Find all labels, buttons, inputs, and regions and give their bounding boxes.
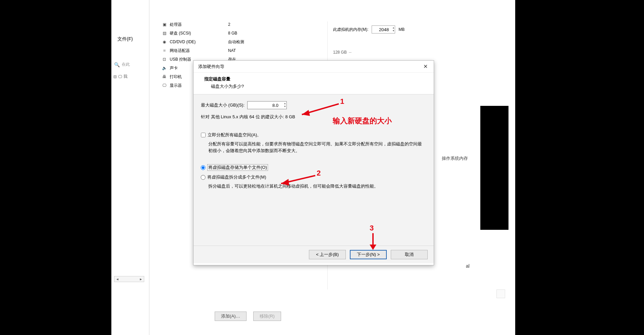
memory-input[interactable] xyxy=(372,25,395,34)
scroll-right-icon[interactable]: ▸ xyxy=(139,277,143,281)
vertical-divider xyxy=(149,0,150,335)
split-multiple-files-label: 将虚拟磁盘拆分成多个文件(M) xyxy=(207,174,266,180)
wizard-header: 指定磁盘容量 磁盘大小为多少? xyxy=(194,73,434,94)
speaker-icon: 🔈 xyxy=(162,66,167,70)
wizard-subheading: 磁盘大小为多少? xyxy=(211,83,428,89)
disk-size-label: 最大磁盘大小 (GB)(S): xyxy=(201,102,245,108)
network-icon: ⌗ xyxy=(162,48,167,53)
wizard-titlebar: 添加硬件向导 ✕ xyxy=(194,61,434,73)
wizard-body: 最大磁盘大小 (GB)(S): ▲▼ 针对 其他 Linux 5.x 内核 64… xyxy=(194,94,434,246)
wizard-title: 添加硬件向导 xyxy=(198,64,224,70)
add-button[interactable]: 添加(A)… xyxy=(215,312,247,321)
hw-label: 显示器 xyxy=(170,83,182,88)
memory-slider-scale: 128 GB xyxy=(333,44,503,61)
allocate-now-label: 立即分配所有磁盘空间(A)。 xyxy=(208,132,261,138)
search-icon: 🔍 xyxy=(114,62,120,67)
allocate-now-desc: 分配所有容量可以提高性能，但要求所有物理磁盘空间立即可用。如果不立即分配所有空间… xyxy=(208,141,423,154)
hw-label: 声卡 xyxy=(170,65,178,71)
add-hardware-wizard-dialog: 添加硬件向导 ✕ 指定磁盘容量 磁盘大小为多少? 最大磁盘大小 (GB)(S):… xyxy=(193,60,434,265)
search-placeholder: 在此 xyxy=(122,62,130,67)
memory-spinner[interactable]: ▲▼ xyxy=(392,26,394,32)
rp-al-text: al xyxy=(466,263,470,269)
allocate-now-row[interactable]: 立即分配所有磁盘空间(A)。 xyxy=(201,132,426,138)
recommend-text: 针对 其他 Linux 5.x 内核 64 位 的建议大小: 8 GB xyxy=(201,114,426,120)
wizard-heading: 指定磁盘容量 xyxy=(204,76,428,82)
hw-label: CD/DVD (IDE) xyxy=(170,40,196,44)
hw-label: 网络适配器 xyxy=(170,48,190,54)
rp-corner-box xyxy=(496,289,505,298)
tree-row[interactable]: ⊟ 🖵 我 xyxy=(113,74,127,79)
cpu-icon: ▣ xyxy=(162,22,167,27)
memory-label: 此虚拟机的内存(M): xyxy=(333,27,368,32)
remove-button[interactable]: 移除(R) xyxy=(253,312,281,321)
store-single-file-label: 将虚拟磁盘存储为单个文件(O) xyxy=(207,164,268,171)
disk-icon: ▤ xyxy=(162,31,167,36)
search-row[interactable]: 🔍 在此 xyxy=(114,62,130,67)
cancel-button[interactable]: 取消 xyxy=(391,250,428,259)
rp-black-panel xyxy=(480,106,508,230)
close-icon[interactable]: ✕ xyxy=(421,62,430,71)
horizontal-scrollbar[interactable]: ◂ ▸ xyxy=(114,276,144,282)
tree-label: 我 xyxy=(123,74,127,79)
hw-value: 自动检测 xyxy=(228,38,275,46)
printer-icon: 🖶 xyxy=(162,74,167,79)
hw-value: 8 GB xyxy=(228,29,275,38)
wizard-footer: < 上一步(B) 下一步(N) > 取消 xyxy=(194,246,434,263)
bottom-buttons: 添加(A)… 移除(R) xyxy=(215,312,281,321)
disk-size-row: 最大磁盘大小 (GB)(S): ▲▼ xyxy=(201,101,426,109)
menu-file[interactable]: 文件(F) xyxy=(117,36,133,42)
hw-label: 处理器 xyxy=(170,22,182,27)
split-multiple-files-row[interactable]: 将虚拟磁盘拆分成多个文件(M) xyxy=(201,174,426,180)
monitor-icon: 🖵 xyxy=(162,83,167,88)
disk-size-input[interactable] xyxy=(247,101,287,109)
usb-icon: ⊡ xyxy=(162,57,167,62)
scale-tick-label: 128 GB xyxy=(333,50,347,55)
store-single-file-row[interactable]: 将虚拟磁盘存储为单个文件(O) xyxy=(201,164,426,171)
hw-value: NAT xyxy=(228,46,275,55)
store-single-file-radio[interactable] xyxy=(201,165,205,170)
tree-monitor-icon: 🖵 xyxy=(118,74,122,79)
split-desc: 拆分磁盘后，可以更轻松地在计算机之间移动虚拟机，但可能会降低大容量磁盘的性能。 xyxy=(208,183,423,190)
back-button[interactable]: < 上一步(B) xyxy=(309,250,346,259)
hw-label: 硬盘 (SCSI) xyxy=(170,30,191,36)
hw-label: 打印机 xyxy=(170,74,182,80)
memory-unit: MB xyxy=(398,27,405,32)
hw-label: USB 控制器 xyxy=(170,57,191,62)
allocate-now-checkbox[interactable] xyxy=(201,133,206,137)
cd-icon: ◉ xyxy=(162,40,167,44)
tree-collapse-icon: ⊟ xyxy=(113,74,117,79)
hw-value: 2 xyxy=(228,20,275,29)
scroll-left-icon[interactable]: ◂ xyxy=(115,277,120,281)
disk-size-spinner[interactable]: ▲▼ xyxy=(284,102,286,108)
left-sidebar: 文件(F) 🔍 在此 ⊟ 🖵 我 ◂ ▸ xyxy=(111,0,148,335)
split-multiple-files-radio[interactable] xyxy=(201,175,205,180)
next-button[interactable]: 下一步(N) > xyxy=(350,250,387,259)
